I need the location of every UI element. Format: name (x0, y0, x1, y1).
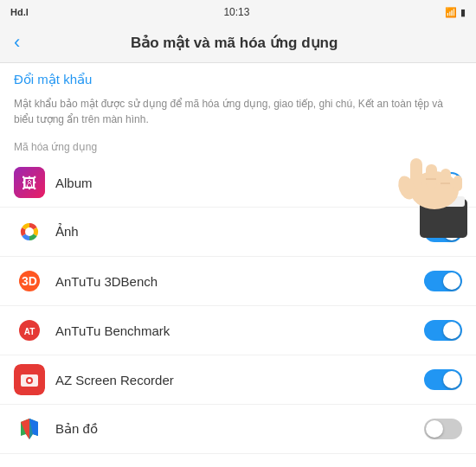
list-item: AT AnTuTu Benchmark (0, 306, 476, 355)
maps-label: Bản đồ (55, 421, 424, 437)
battery-icon: ▮ (460, 7, 466, 18)
signal-indicator: Hd.l (10, 7, 29, 17)
maps-toggle[interactable] (424, 419, 462, 439)
maps-icon (14, 413, 45, 445)
time-display: 10:13 (223, 6, 249, 18)
change-password-section: Đổi mật khẩu (0, 63, 476, 91)
wifi-icon: 📶 (445, 7, 457, 18)
list-item: 🖼 Album (0, 158, 476, 208)
section-label: Mã hóa ứng dụng (0, 138, 476, 158)
antutu3d-label: AnTuTu 3DBench (55, 274, 424, 289)
svg-text:AT: AT (24, 327, 35, 336)
az-toggle[interactable] (424, 369, 462, 390)
change-password-link[interactable]: Đổi mật khẩu (14, 72, 92, 86)
list-item: Bản đồ (0, 405, 476, 454)
content-area: Đổi mật khẩu Mật khẩu bảo mật được sử dụ… (0, 63, 476, 463)
status-bar: Hd.l 10:13 📶 ▮ (0, 0, 476, 24)
svg-text:🖼: 🖼 (22, 175, 37, 192)
page-title: Bảo mật và mã hóa ứng dụng (30, 34, 438, 52)
phone-screen: Hd.l 10:13 📶 ▮ ‹ Bảo mật và mã hóa ứng d… (0, 0, 476, 467)
app-list: 🖼 Album (0, 158, 476, 463)
description-text: Mật khẩu bảo mật được sử dụng để mã hóa … (0, 91, 476, 138)
album-icon: 🖼 (14, 167, 45, 198)
back-button[interactable]: ‹ (14, 31, 20, 54)
header: ‹ Bảo mật và mã hóa ứng dụng (0, 24, 476, 63)
antutu3d-icon: 3D (14, 265, 45, 297)
az-label: AZ Screen Recorder (55, 373, 424, 387)
photos-toggle[interactable] (424, 221, 462, 242)
az-icon (14, 364, 45, 395)
album-label: Album (55, 176, 424, 190)
svg-point-13 (28, 379, 31, 382)
antutu-label: AnTuTu Benchmark (55, 323, 424, 338)
album-toggle[interactable] (424, 172, 462, 193)
photos-icon (14, 216, 45, 247)
list-item: 3D AnTuTu 3DBench (0, 257, 476, 306)
list-item: AZ Screen Recorder (0, 355, 476, 405)
svg-point-3 (25, 227, 34, 236)
list-item: Call Timer (0, 454, 476, 463)
list-item: Ảnh (0, 208, 476, 257)
status-right-icons: 📶 ▮ (445, 7, 466, 18)
antutu-icon: AT (14, 315, 45, 346)
antutu3d-toggle[interactable] (424, 271, 462, 291)
antutu-toggle[interactable] (424, 320, 462, 341)
photos-label: Ảnh (55, 224, 424, 240)
svg-text:3D: 3D (22, 274, 37, 288)
